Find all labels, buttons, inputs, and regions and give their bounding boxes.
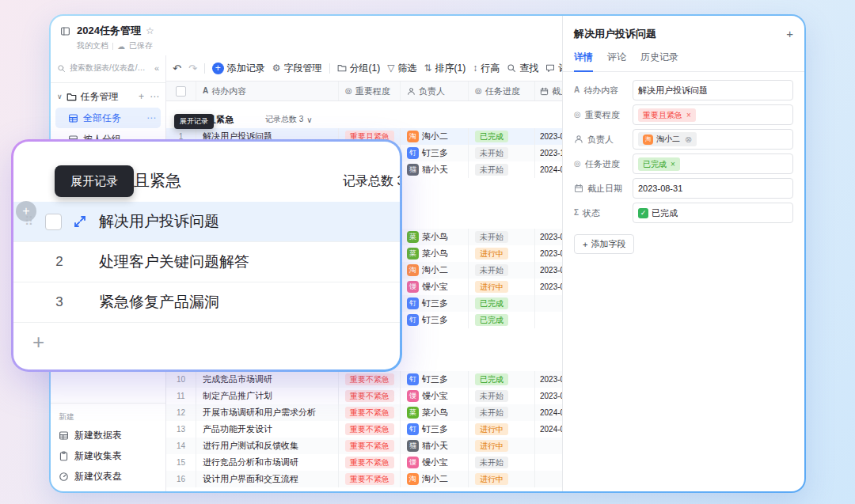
table-row[interactable]: 16设计用户界面和交互流程重要不紧急淘淘小二进行中 — [166, 471, 562, 487]
redo-icon[interactable]: ↷ — [188, 63, 197, 74]
field-value[interactable]: 已完成× — [633, 153, 793, 174]
group-button[interactable]: 分组(1) — [337, 62, 381, 75]
add-record-button[interactable]: + 添加记录 — [212, 62, 265, 75]
person-icon — [407, 87, 416, 96]
group-header[interactable]: 重要且紧急记录总数 3∨ — [166, 111, 562, 128]
tab-1[interactable]: 详情 — [574, 51, 593, 72]
text-field-icon: A — [203, 87, 208, 95]
overlay-plus-handle[interactable]: + — [16, 201, 36, 222]
table-row[interactable]: 10完成竞品市场调研重要不紧急钉钉三多已完成2023-09-0 — [166, 371, 562, 388]
task-name: 完成竞品市场调研 — [203, 373, 272, 385]
field-value[interactable]: ✓已完成 — [633, 203, 793, 223]
column-header-5[interactable]: 截止日期 — [535, 81, 562, 100]
tab-2[interactable]: 评论 — [607, 51, 626, 71]
overlay-record-row[interactable]: ⠿解决用户投诉问题 — [13, 202, 400, 242]
more-icon[interactable]: ⋯ — [150, 91, 159, 102]
checkbox-done-icon[interactable]: ✓ — [638, 208, 648, 218]
row-checkbox[interactable] — [45, 214, 62, 230]
due-date-cell: 2024-02-0 — [535, 161, 562, 178]
tab-3[interactable]: 历史记录 — [640, 51, 678, 71]
due-date: 2023-09 — [540, 282, 562, 291]
search-input[interactable]: 搜索数据表/仪表盘/视... « — [57, 59, 159, 78]
chevron-down-icon[interactable]: ∨ — [57, 93, 63, 100]
add-table-icon[interactable]: + — [139, 91, 144, 102]
more-icon[interactable]: ⋯ — [146, 112, 156, 123]
remove-tag-icon[interactable]: × — [671, 159, 675, 169]
status-cell: 未开始 — [469, 161, 535, 178]
comment-button[interactable]: 评论 — [545, 62, 562, 75]
collapse-sidebar-icon[interactable]: « — [154, 63, 159, 73]
path — [338, 66, 346, 71]
row-number-cell: 13 — [166, 421, 196, 438]
table-row[interactable]: 14进行用户测试和反馈收集重要不紧急猫猫小天进行中 — [166, 438, 562, 454]
breadcrumb[interactable]: 我的文档 — [77, 40, 108, 51]
row-number: 15 — [177, 458, 185, 467]
owner-name: 淘小二 — [422, 264, 448, 276]
add-field-button[interactable]: + 添加字段 — [574, 234, 634, 254]
rect — [70, 115, 78, 122]
undo-icon[interactable]: ↶ — [173, 63, 181, 74]
owner-name: 馒小宝 — [422, 281, 448, 293]
gauge-icon — [59, 472, 69, 482]
target-icon: ◎ — [574, 111, 581, 119]
status-badge: 未开始 — [475, 231, 508, 243]
add-icon[interactable]: + — [786, 27, 793, 40]
new-item-label: 新建收集表 — [74, 449, 122, 463]
field-manage-button[interactable]: ⚙ 字段管理 — [272, 62, 322, 75]
status-badge: 进行中 — [475, 248, 508, 260]
table-row[interactable]: 12开展市场调研和用户需求分析重要不紧急菜菜小鸟未开始2024-03-0 — [166, 404, 562, 421]
due-date: 2023-08-31 — [540, 132, 562, 141]
field-value[interactable]: 2023-08-31 — [633, 178, 793, 199]
toggle-sidebar-icon[interactable] — [60, 26, 70, 36]
row-number-cell: 16 — [166, 471, 196, 487]
column-header-2[interactable]: ◎重要程度 — [339, 81, 401, 100]
overlay-record-row[interactable]: 2处理客户关键问题解答 — [13, 242, 400, 282]
select-all-checkbox[interactable] — [176, 86, 186, 97]
remove-person-icon[interactable]: ⊗ — [685, 135, 692, 145]
table-row[interactable]: 15进行竞品分析和市场调研重要不紧急馒馒小宝未开始 — [166, 454, 562, 471]
field-label: 负责人 — [574, 134, 633, 146]
zoom-overlay-inner: 展开记录 重要且紧急 记录总数 3 ⠿解决用户投诉问题2处理客户关键问题解答3紧… — [13, 142, 400, 369]
status-badge: 进行中 — [475, 423, 508, 435]
column-header-1[interactable]: A待办内容 — [196, 81, 339, 100]
row-number: 3 — [50, 294, 69, 310]
owner-name: 菜小鸟 — [422, 407, 448, 419]
field-value[interactable]: 淘淘小二⊗ — [633, 129, 793, 150]
sidebar-item-新建收集表[interactable]: 新建收集表 — [51, 445, 165, 466]
cloud-icon: ☁ — [117, 42, 125, 51]
group-count[interactable]: 记录总数 3∨ — [265, 114, 313, 125]
column-header-3[interactable]: 负责人 — [401, 81, 469, 100]
owner-cell: 淘淘小二 — [401, 128, 469, 145]
field-value[interactable]: 解决用户投诉问题 — [633, 80, 793, 100]
row-number-cell: 12 — [166, 404, 196, 421]
sidebar-item-新建数据表[interactable]: 新建数据表 — [51, 425, 165, 445]
overlay-record-row[interactable]: 3紧急修复产品漏洞 — [13, 282, 400, 323]
circle — [577, 136, 580, 139]
sort-button[interactable]: ⇅ 排序(1) — [424, 62, 466, 75]
table-row[interactable]: 13产品功能开发设计重要不紧急钉钉三多进行中2024-04-3 — [166, 421, 562, 438]
table-row[interactable]: 11制定产品推广计划重要不紧急馒馒小宝未开始2023-09-1 — [166, 388, 562, 404]
status-badge: 未开始 — [475, 264, 508, 276]
calendar-icon — [540, 87, 549, 96]
status-badge: 重要且紧急× — [638, 108, 696, 122]
expand-record-icon[interactable] — [72, 214, 88, 229]
priority-cell: 重要不紧急 — [339, 454, 401, 471]
svg — [540, 87, 549, 96]
row-height-button[interactable]: ↕ 行高 — [473, 62, 500, 75]
status-cell: 进行中 — [469, 245, 535, 262]
filter-button[interactable]: ▽ 筛选 — [387, 62, 416, 75]
column-header-4[interactable]: ◎任务进度 — [469, 81, 535, 100]
sidebar-item-view-1[interactable]: 全部任务⋯ — [55, 108, 161, 128]
remove-tag-icon[interactable]: × — [686, 110, 691, 120]
add-record-icon[interactable]: + — [32, 332, 44, 352]
field-value[interactable]: 重要且紧急× — [633, 104, 793, 125]
due-date-cell: 2023-09-0 — [535, 262, 562, 279]
avatar: 馒 — [407, 457, 419, 468]
owner-name: 菜小鸟 — [422, 248, 448, 260]
due-date: 2023-09-0 — [540, 249, 562, 258]
star-icon[interactable]: ☆ — [146, 25, 154, 36]
sidebar-group-task-management[interactable]: ∨ 任务管理 + ⋯ — [51, 86, 165, 107]
status-badge: 重要不紧急 — [345, 373, 394, 385]
find-button[interactable]: 查找 — [507, 62, 538, 75]
sidebar-item-新建仪表盘[interactable]: 新建仪表盘 — [51, 466, 165, 487]
